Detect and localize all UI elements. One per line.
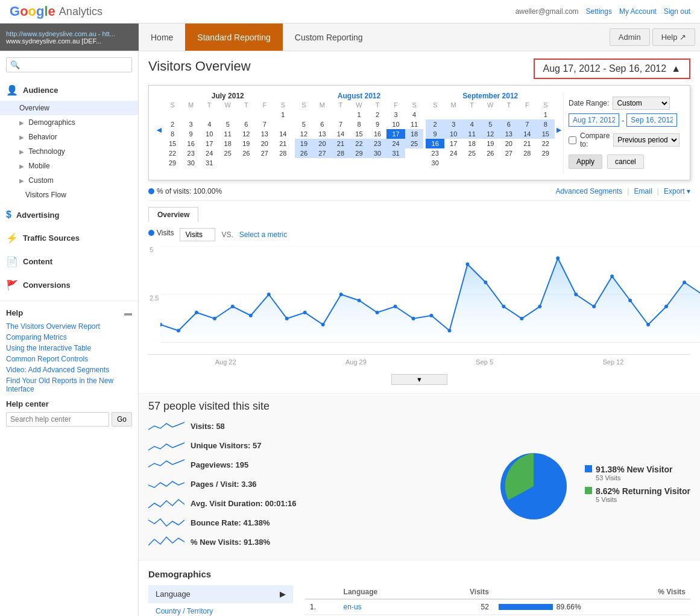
content-area: Visitors Overview Aug 17, 2012 - Sep 16,… [139, 51, 700, 616]
apply-button[interactable]: Apply [569, 154, 602, 169]
advanced-segments-button[interactable]: Advanced Segments [555, 186, 622, 195]
date-range-box[interactable]: Aug 17, 2012 - Sep 16, 2012 ▲ [534, 59, 690, 79]
date-range-toggle-icon: ▲ [671, 63, 681, 74]
demographics-expand-icon: ▶ [19, 119, 24, 126]
technology-expand-icon: ▶ [19, 148, 24, 155]
th-rank [305, 585, 339, 599]
date-inputs: - [569, 113, 679, 127]
sidebar-item-overview[interactable]: Overview [0, 101, 138, 115]
date-controls-panel: Date Range: Custom Last 30 days Last 7 d… [563, 92, 684, 174]
export-button[interactable]: Export ▾ [664, 186, 690, 195]
tab-custom-reporting[interactable]: Custom Reporting [283, 24, 375, 51]
sidebar-custom-label: Custom [28, 176, 53, 185]
scroll-down-button[interactable]: ▼ [391, 374, 447, 385]
page-header: Visitors Overview Aug 17, 2012 - Sep 16,… [148, 59, 690, 79]
email-button[interactable]: Email [634, 186, 652, 195]
calendar-next-button[interactable]: ► [555, 125, 563, 135]
pageviews-sparkline [148, 457, 184, 472]
visits-chart [160, 246, 700, 343]
pie-legend-returning-visitor: 8.62% Returning Visitor 5 Visits [585, 486, 690, 503]
conversions-icon: 🚩 [6, 279, 18, 291]
help-button[interactable]: Help ↗ [652, 28, 695, 46]
help-link-1[interactable]: The Visitors Overview Report [6, 322, 132, 331]
help-section: Help ▬ The Visitors Overview Report Comp… [0, 300, 138, 434]
sidebar-item-custom[interactable]: ▶ Custom [0, 173, 138, 188]
september-title: September 2012 [426, 92, 555, 100]
sidebar-item-content[interactable]: 📄 Content [0, 251, 138, 272]
site-link[interactable]: http://www.sydneyslive.com.au - htt... w… [0, 24, 139, 51]
help-link-5[interactable]: Video: Add Advanced Segments [6, 366, 132, 374]
help-link-6[interactable]: Find Your Old Reports in the New Interfa… [6, 376, 132, 393]
demo-menu-language[interactable]: Language ▶ [148, 585, 293, 603]
sidebar-search-box[interactable]: 🔍 [6, 57, 132, 72]
sidebar-section-audience: 👤 Audience Overview ▶ Demographics ▶ Beh… [0, 80, 138, 202]
visits-legend: Visits [148, 229, 174, 237]
tab-standard-reporting[interactable]: Standard Reporting [185, 24, 282, 51]
sign-out-link[interactable]: Sign out [664, 7, 690, 16]
sidebar-item-behavior[interactable]: ▶ Behavior [0, 130, 138, 144]
svg-point-29 [628, 299, 632, 302]
admin-button[interactable]: Admin [610, 28, 650, 46]
compare-select[interactable]: Previous period [613, 133, 680, 147]
stat-row-pageviews: Pageviews: 195 [148, 457, 482, 472]
svg-point-30 [646, 323, 650, 326]
demo-menu-country[interactable]: Country / Territory [148, 603, 293, 616]
sidebar-item-technology[interactable]: ▶ Technology [0, 144, 138, 159]
help-link-3[interactable]: Using the Interactive Table [6, 344, 132, 352]
tab-home[interactable]: Home [139, 24, 185, 51]
unique-sparkline [148, 438, 184, 452]
svg-point-11 [303, 311, 307, 314]
advertising-icon: $ [6, 209, 11, 220]
language-arrow-icon: ▶ [280, 589, 286, 599]
stat-bounce: Bounce Rate: 41.38% [191, 518, 270, 527]
table-row: 1. en-us 52 89.66% [305, 599, 690, 615]
cancel-button[interactable]: cancel [607, 154, 644, 169]
y-label-5: 5 [150, 246, 153, 253]
tab-overview[interactable]: Overview [148, 207, 198, 222]
sidebar-item-advertising[interactable]: $ Advertising [0, 205, 138, 225]
start-date-input[interactable] [569, 113, 619, 127]
main-layout: 🔍 👤 Audience Overview ▶ Demographics ▶ B… [0, 51, 700, 616]
svg-point-14 [358, 299, 361, 302]
svg-point-25 [556, 256, 560, 260]
calendar-months: ◄ July 2012 S M T W [155, 92, 563, 174]
help-search-input[interactable] [6, 412, 109, 427]
august-title: August 2012 [295, 92, 424, 100]
sidebar-item-mobile[interactable]: ▶ Mobile [0, 159, 138, 173]
metric-dropdown[interactable]: Visits [180, 228, 215, 241]
date-range-label: Date Range: Custom Last 30 days Last 7 d… [569, 97, 679, 110]
th-pct-visits: % Visits [494, 585, 690, 599]
stat-visits: Visits: 58 [191, 422, 225, 431]
behavior-expand-icon: ▶ [19, 134, 24, 141]
overview-section: Overview Visits Visits VS. Select a metr… [148, 207, 690, 387]
sidebar-content-label: Content [23, 257, 52, 266]
sidebar-item-visitors-flow[interactable]: Visitors Flow [0, 188, 138, 202]
search-icon: 🔍 [10, 60, 20, 69]
sidebar-item-audience[interactable]: 👤 Audience [0, 80, 138, 101]
end-date-input[interactable] [626, 113, 677, 127]
stats-section: 57 people visited this site Visits: 58 U… [139, 393, 700, 560]
stat-row-avg-duration: Avg. Visit Duration: 00:01:16 [148, 496, 482, 510]
sidebar-item-traffic-sources[interactable]: ⚡ Traffic Sources [0, 227, 138, 249]
settings-link[interactable]: Settings [586, 7, 612, 16]
compare-checkbox[interactable] [569, 136, 576, 144]
help-center-title: Help center [6, 399, 132, 408]
stats-headline: 57 people visited this site [148, 400, 690, 413]
tab-bar: Overview [148, 207, 690, 222]
x-label-sep5: Sep 5 [476, 358, 493, 366]
calendar-prev-button[interactable]: ◄ [155, 125, 163, 135]
help-link-4[interactable]: Common Report Controls [6, 355, 132, 363]
sidebar-item-conversions[interactable]: 🚩 Conversions [0, 275, 138, 296]
select-metric-link[interactable]: Select a metric [239, 230, 287, 239]
help-go-button[interactable]: Go [112, 412, 132, 427]
my-account-link[interactable]: My Account [619, 7, 657, 16]
stat-avg-duration: Avg. Visit Duration: 00:01:16 [191, 499, 297, 508]
sidebar-search-input[interactable] [22, 61, 128, 69]
right-nav: Admin Help ↗ [610, 24, 700, 51]
help-link-2[interactable]: Comparing Metrics [6, 333, 132, 341]
sidebar-item-demographics[interactable]: ▶ Demographics [0, 115, 138, 130]
date-range-type-select[interactable]: Custom Last 30 days Last 7 days [613, 97, 670, 110]
stat-row-bounce: Bounce Rate: 41.38% [148, 515, 482, 530]
compare-row: Compare to: Previous period [569, 132, 679, 148]
help-collapse-icon[interactable]: ▬ [124, 308, 132, 317]
